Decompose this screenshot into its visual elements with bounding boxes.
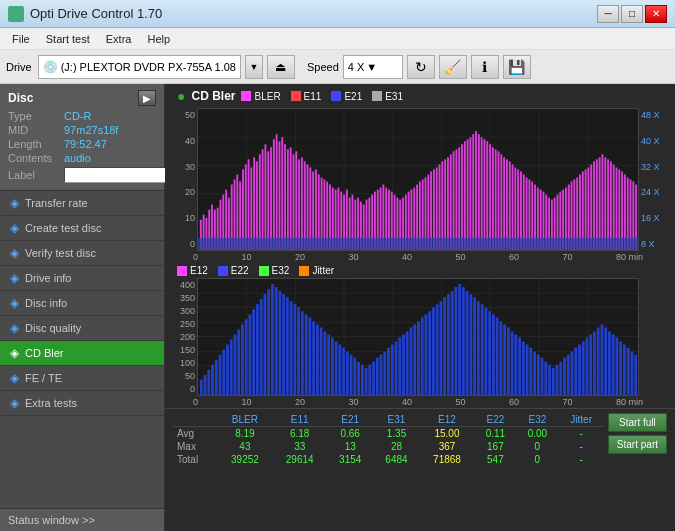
menu-help[interactable]: Help <box>139 31 178 47</box>
chart2-area <box>197 278 639 396</box>
svg-rect-209 <box>293 304 296 395</box>
close-button[interactable]: ✕ <box>645 5 667 23</box>
disc-type-value: CD-R <box>64 110 92 122</box>
svg-rect-28 <box>245 164 247 250</box>
max-jitter: - <box>558 440 603 453</box>
sidebar-item-label: Create test disc <box>25 222 101 234</box>
sidebar-item-label: FE / TE <box>25 372 62 384</box>
menu-file[interactable]: File <box>4 31 38 47</box>
save-button[interactable]: 💾 <box>503 55 531 79</box>
minimize-button[interactable]: ─ <box>597 5 619 23</box>
disc-label-label: Label <box>8 169 60 181</box>
svg-rect-216 <box>320 327 323 395</box>
svg-rect-200 <box>260 299 263 395</box>
speed-label: Speed <box>307 61 339 73</box>
start-part-button[interactable]: Start part <box>608 435 667 454</box>
svg-rect-227 <box>361 365 364 395</box>
svg-rect-218 <box>327 334 330 395</box>
disc-type-label: Type <box>8 110 60 122</box>
svg-rect-217 <box>323 331 326 395</box>
col-header-e11: E11 <box>272 413 327 427</box>
sidebar-item-disc-quality[interactable]: ◈ Disc quality <box>0 316 164 341</box>
svg-rect-214 <box>312 321 315 395</box>
svg-rect-34 <box>262 149 264 250</box>
avg-e22: 0.11 <box>474 427 516 441</box>
svg-rect-51 <box>309 167 311 250</box>
menu-extra[interactable]: Extra <box>98 31 140 47</box>
fe-te-icon: ◈ <box>10 371 19 385</box>
col-header-e12: E12 <box>420 413 475 427</box>
stats-table: BLER E11 E21 E31 E12 E22 E32 Jitter Avg <box>173 413 604 466</box>
svg-rect-262 <box>492 314 495 395</box>
svg-rect-208 <box>290 301 293 395</box>
sidebar-item-label: Transfer rate <box>25 197 88 209</box>
sidebar-item-transfer-rate[interactable]: ◈ Transfer rate <box>0 191 164 216</box>
svg-rect-296 <box>619 342 622 395</box>
svg-rect-47 <box>298 159 300 250</box>
table-row-avg: Avg 8.19 6.18 0.66 1.35 15.00 0.11 0.00 … <box>173 427 604 441</box>
erase-button[interactable]: 🧹 <box>439 55 467 79</box>
refresh-button[interactable]: ↻ <box>407 55 435 79</box>
svg-rect-243 <box>421 317 424 395</box>
sidebar-item-label: Extra tests <box>25 397 77 409</box>
menu-start-test[interactable]: Start test <box>38 31 98 47</box>
sidebar-item-verify-test-disc[interactable]: ◈ Verify test disc <box>0 241 164 266</box>
eject-button[interactable]: ⏏ <box>267 55 295 79</box>
app-icon <box>8 6 24 22</box>
maximize-button[interactable]: □ <box>621 5 643 23</box>
svg-rect-97 <box>439 164 441 250</box>
chart2-svg <box>198 279 638 395</box>
status-window-button[interactable]: Status window >> <box>0 508 164 531</box>
svg-rect-113 <box>484 139 486 250</box>
extra-tests-icon: ◈ <box>10 396 19 410</box>
svg-rect-270 <box>522 342 525 395</box>
svg-rect-211 <box>301 311 304 395</box>
svg-rect-247 <box>436 304 439 395</box>
toolbar: Drive 💿 (J:) PLEXTOR DVDR PX-755A 1.08 ▼… <box>0 50 675 84</box>
sidebar-item-extra-tests[interactable]: ◈ Extra tests <box>0 391 164 416</box>
sidebar-item-disc-info[interactable]: ◈ Disc info <box>0 291 164 316</box>
menubar: File Start test Extra Help <box>0 28 675 50</box>
chart1-y-right: 48 X 40 X 32 X 24 X 16 X 8 X <box>639 108 671 251</box>
legend-e31-color <box>372 91 382 101</box>
svg-rect-255 <box>466 291 469 395</box>
svg-rect-98 <box>441 161 443 250</box>
svg-rect-153 <box>596 159 598 250</box>
info-button[interactable]: ℹ <box>471 55 499 79</box>
disc-nav-button[interactable]: ▶ <box>138 90 156 106</box>
svg-rect-238 <box>402 334 405 395</box>
svg-rect-154 <box>599 157 601 250</box>
legend-e22: E22 <box>218 265 249 276</box>
svg-rect-236 <box>395 342 398 395</box>
svg-rect-199 <box>256 304 259 395</box>
svg-rect-103 <box>455 149 457 250</box>
stats-buttons: Start full Start part <box>608 413 667 454</box>
sidebar-item-fe-te[interactable]: ◈ FE / TE <box>0 366 164 391</box>
svg-rect-285 <box>578 345 581 395</box>
chart1-header: ● CD Bler BLER E11 E21 <box>165 84 675 106</box>
svg-rect-229 <box>368 365 371 395</box>
svg-rect-224 <box>350 355 353 395</box>
sidebar-item-cd-bler[interactable]: ◈ CD Bler <box>0 341 164 366</box>
disc-panel: Disc ▶ Type CD-R MID 97m27s18f Length 79… <box>0 84 164 191</box>
chart2-y-right-spacer <box>639 278 671 396</box>
svg-rect-297 <box>623 345 626 395</box>
svg-rect-31 <box>253 157 255 250</box>
svg-rect-265 <box>503 324 506 395</box>
svg-rect-226 <box>357 362 360 395</box>
sidebar-item-create-test-disc[interactable]: ◈ Create test disc <box>0 216 164 241</box>
drive-dropdown-arrow[interactable]: ▼ <box>245 55 263 79</box>
svg-rect-39 <box>276 134 278 250</box>
svg-rect-291 <box>601 324 604 395</box>
col-header-e31: E31 <box>373 413 419 427</box>
max-e12: 367 <box>420 440 475 453</box>
svg-rect-202 <box>267 289 270 395</box>
drive-select[interactable]: 💿 (J:) PLEXTOR DVDR PX-755A 1.08 <box>38 55 241 79</box>
speed-select[interactable]: 4 X ▼ <box>343 55 403 79</box>
svg-rect-254 <box>462 287 465 395</box>
disc-contents-value: audio <box>64 152 91 164</box>
disc-title: Disc <box>8 91 33 105</box>
sidebar-item-drive-info[interactable]: ◈ Drive info <box>0 266 164 291</box>
svg-rect-104 <box>458 147 460 250</box>
start-full-button[interactable]: Start full <box>608 413 667 432</box>
